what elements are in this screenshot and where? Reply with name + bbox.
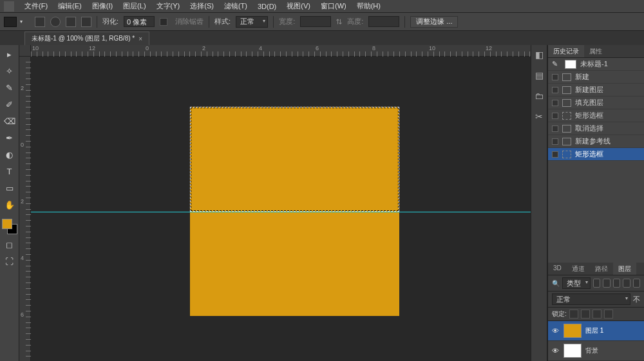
lock-position-icon[interactable] — [592, 310, 601, 319]
add-selection-icon[interactable] — [50, 17, 61, 27]
subtract-selection-icon[interactable] — [66, 17, 76, 27]
history-item[interactable]: 新建图层 — [548, 84, 644, 97]
antialias-checkbox[interactable] — [160, 18, 167, 26]
foreground-color-icon[interactable] — [2, 219, 12, 229]
layers-panel-tabs: 3D 通道 路径 图层 — [548, 263, 644, 275]
history-snapshot[interactable]: ✎ 未标题-1 — [548, 58, 644, 71]
filter-adjust-icon[interactable] — [603, 279, 610, 288]
menu-help[interactable]: 帮助(H) — [352, 0, 386, 12]
history-item[interactable]: 新建 — [548, 71, 644, 84]
history-item[interactable]: 取消选择 — [548, 122, 644, 135]
type-tool-icon[interactable]: T — [3, 165, 16, 178]
feather-input[interactable]: 0 像素 — [124, 16, 155, 27]
menu-view[interactable]: 视图(V) — [281, 0, 316, 12]
tab-channels[interactable]: 通道 — [567, 263, 590, 275]
menu-filter[interactable]: 滤镜(T) — [219, 0, 252, 12]
layer-name[interactable]: 图层 1 — [585, 326, 603, 335]
lock-transparency-icon[interactable] — [569, 310, 578, 319]
menu-bar: 文件(F) 编辑(E) 图像(I) 图层(L) 文字(Y) 选择(S) 滤镜(T… — [0, 0, 644, 13]
screenmode-icon[interactable]: ⛶ — [3, 255, 16, 268]
adjustments-panel-icon[interactable]: 🗀 — [533, 90, 545, 102]
tab-paths[interactable]: 路径 — [590, 263, 613, 275]
ruler-tick — [229, 45, 258, 56]
history-item-label: 新建 — [575, 72, 589, 82]
magic-wand-tool-icon[interactable]: ✧ — [3, 64, 16, 77]
lock-all-icon[interactable] — [604, 310, 613, 319]
width-input[interactable] — [300, 16, 331, 27]
history-step-icon — [552, 113, 558, 119]
ruler-corner — [19, 45, 31, 57]
menu-select[interactable]: 选择(S) — [185, 0, 219, 12]
styles-panel-icon[interactable]: ✂ — [533, 111, 545, 122]
brush-tool-icon[interactable]: ✐ — [3, 98, 16, 111]
layer-name[interactable]: 背景 — [585, 346, 598, 355]
layer-row[interactable]: 👁图层 1 — [548, 321, 644, 341]
marquee-selection[interactable] — [190, 107, 399, 212]
ruler-tick: 6 — [314, 45, 343, 56]
menu-type[interactable]: 文字(Y) — [151, 0, 185, 12]
history-item[interactable]: 填充图层 — [548, 97, 644, 109]
document-tab[interactable]: 未标题-1 @ 100% (图层 1, RGB/8) * × — [24, 32, 149, 45]
search-icon[interactable]: 🔍 — [552, 280, 560, 287]
color-switch[interactable] — [2, 219, 17, 234]
move-tool-icon[interactable]: ▸ — [3, 48, 16, 60]
intersect-selection-icon[interactable] — [81, 17, 91, 27]
lock-pixels-icon[interactable] — [581, 310, 590, 319]
history-panel-tabs: 历史记录 属性 — [548, 45, 644, 58]
menu-file[interactable]: 文件(F) — [19, 0, 53, 12]
close-tab-icon[interactable]: × — [138, 35, 142, 42]
tab-properties[interactable]: 属性 — [584, 45, 607, 57]
filter-smart-icon[interactable] — [633, 279, 640, 288]
history-item-label: 取消选择 — [575, 124, 603, 133]
history-action-icon — [562, 99, 571, 107]
quickmask-icon[interactable]: ◻ — [3, 238, 16, 251]
history-item[interactable]: 矩形选框 — [548, 109, 644, 122]
ruler-tick — [59, 45, 88, 56]
ruler-tick — [19, 57, 30, 85]
ruler-tick: 4 — [258, 45, 286, 56]
tab-history[interactable]: 历史记录 — [548, 45, 584, 57]
height-input[interactable] — [368, 16, 399, 27]
visibility-eye-icon[interactable]: 👁 — [552, 327, 560, 335]
refine-edge-button[interactable]: 调整边缘 ... — [410, 16, 458, 28]
menu-layer[interactable]: 图层(L) — [118, 0, 151, 12]
swatches-panel-icon[interactable]: ▤ — [533, 69, 545, 81]
new-rect-selection-icon[interactable] — [35, 17, 45, 27]
menu-3d[interactable]: 3D(D) — [252, 1, 281, 12]
lasso-tool-icon[interactable]: ◐ — [3, 148, 16, 161]
ruler-tick — [19, 227, 30, 255]
filter-shape-icon[interactable] — [623, 279, 630, 288]
filter-pixel-icon[interactable] — [593, 279, 600, 288]
color-panel-icon[interactable]: ◧ — [533, 49, 545, 60]
tool-preset-picker[interactable] — [4, 17, 17, 27]
eraser-tool-icon[interactable]: ⌫ — [3, 115, 16, 127]
filter-type-icon[interactable] — [613, 279, 620, 288]
menu-edit[interactable]: 编辑(E) — [53, 0, 87, 12]
collapsed-panel-strip: ◧ ▤ 🗀 ✂ — [531, 45, 547, 361]
history-step-icon — [552, 87, 558, 93]
history-step-icon — [552, 138, 558, 145]
layer-row[interactable]: 👁背景 — [548, 341, 644, 361]
history-item[interactable]: 新建参考线 — [548, 135, 644, 148]
tab-layers[interactable]: 图层 — [613, 263, 636, 275]
style-dropdown[interactable]: 正常 — [236, 16, 268, 28]
swap-wh-icon[interactable]: ⇄ — [335, 19, 343, 24]
menu-image[interactable]: 图像(I) — [87, 0, 118, 12]
antialias-label: 消除锯齿 — [175, 17, 204, 26]
menu-window[interactable]: 窗口(W) — [316, 0, 352, 12]
history-action-icon — [562, 86, 571, 94]
pen-tool-icon[interactable]: ✒ — [3, 131, 16, 144]
hand-tool-icon[interactable]: ✋ — [3, 198, 16, 211]
tab-3d[interactable]: 3D — [548, 263, 567, 275]
ruler-tick — [116, 45, 144, 56]
eyedropper-tool-icon[interactable]: ✎ — [3, 81, 16, 94]
visibility-eye-icon[interactable]: 👁 — [552, 347, 560, 355]
layer-filter-row: 🔍 类型 — [548, 275, 644, 292]
vertical-ruler[interactable]: 202468101214 — [19, 57, 31, 361]
history-item[interactable]: 矩形选框 — [548, 148, 644, 161]
layer-thumb-icon — [564, 324, 582, 338]
shape-tool-icon[interactable]: ▭ — [3, 181, 16, 194]
filter-type-dropdown[interactable]: 类型 — [562, 277, 591, 289]
document-tab-label: 未标题-1 @ 100% (图层 1, RGB/8) * — [32, 34, 135, 43]
blend-mode-dropdown[interactable]: 正常 — [552, 293, 630, 305]
